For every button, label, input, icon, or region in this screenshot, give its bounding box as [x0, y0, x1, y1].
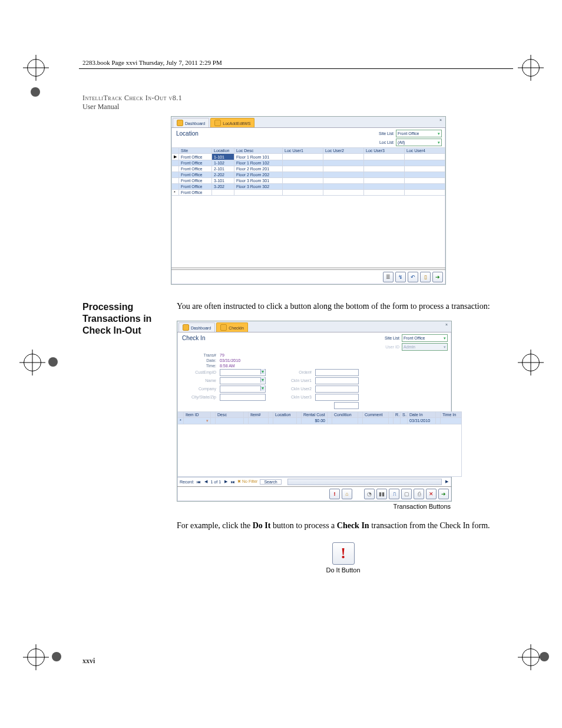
- row-mark: *: [178, 417, 184, 424]
- home-icon[interactable]: ⌂: [342, 489, 352, 499]
- doc-header: IntelliTrack Check In-Out v8.1 User Manu…: [82, 94, 510, 111]
- do-it-button[interactable]: !: [329, 489, 340, 499]
- preview-icon[interactable]: ▢: [401, 489, 412, 499]
- horiz-scrollbar[interactable]: [287, 479, 442, 485]
- nav-last-icon[interactable]: ⏭: [230, 480, 235, 484]
- ckin-user1-input[interactable]: [315, 377, 359, 384]
- site-list-select[interactable]: Front Office ▾: [396, 130, 442, 137]
- loc-list-select[interactable]: (All) ▾: [396, 139, 442, 146]
- site-list-label: Site List: [372, 335, 399, 342]
- exit-icon[interactable]: ➔: [438, 489, 449, 499]
- form-toolbar: ≣ ↯ ↶ ▯ ➔: [171, 269, 445, 284]
- datein-cell: 03/31/2010: [408, 417, 436, 424]
- close-icon[interactable]: ×: [437, 118, 444, 127]
- order-label: Order#: [280, 370, 312, 374]
- barcode-icon[interactable]: ⎍: [389, 489, 399, 499]
- crop-dot: [48, 357, 58, 367]
- table-row[interactable]: Front Office2-101Floor 2 Room 201: [172, 166, 445, 172]
- company-input[interactable]: [220, 386, 266, 393]
- cust-label: CustEmpID: [182, 370, 216, 374]
- item-id-cell[interactable]: ▾: [184, 417, 211, 424]
- running-head: 2283.book Page xxvi Thursday, July 7, 20…: [79, 59, 513, 69]
- crop-mark: [27, 648, 45, 666]
- intro-paragraph: You are often instructed to click a butt…: [177, 301, 510, 312]
- user-id-label: User ID: [372, 344, 399, 351]
- close-icon[interactable]: ×: [443, 322, 450, 332]
- table-row[interactable]: *Front Office: [172, 190, 445, 196]
- table-row[interactable]: Front Office3-202Floor 3 Room 302: [172, 184, 445, 190]
- do-it-button-large[interactable]: !: [332, 542, 355, 565]
- nav-next-icon[interactable]: ▶: [223, 479, 228, 484]
- page-number: xxvi: [82, 657, 95, 666]
- search-box[interactable]: Search: [260, 479, 281, 485]
- crop-mark: [522, 59, 540, 77]
- transaction-toolbar: ! ⌂ ◔ ▮▮ ⎍ ▢ ⎙ ✕ ➔: [177, 486, 451, 501]
- crop-dot: [31, 87, 40, 97]
- clock-icon[interactable]: ◔: [364, 489, 375, 499]
- site-list-label: Site List: [366, 130, 394, 137]
- company-label: Company: [182, 387, 216, 391]
- time-label: Time:: [182, 364, 216, 368]
- site-list-select[interactable]: Front Office ▾: [402, 334, 448, 342]
- extra-input[interactable]: [334, 402, 359, 409]
- crop-mark: [522, 648, 540, 666]
- rental-cell: $0.00: [302, 417, 328, 424]
- tab-locaddedit[interactable]: LocAddEditWS: [210, 118, 254, 127]
- table-row[interactable]: Front Office2-202Floor 2 Room 202: [172, 172, 445, 178]
- tab-icon: [214, 120, 221, 126]
- print-icon[interactable]: ⎙: [414, 489, 424, 499]
- name-input[interactable]: [220, 377, 266, 384]
- refresh-icon[interactable]: ↯: [395, 272, 406, 282]
- ckin-user3-label: CkIn User3: [280, 395, 312, 399]
- product-name: IntelliTrack Check In-Out v8.1: [82, 94, 182, 102]
- tab-checkin[interactable]: CheckIn: [216, 322, 248, 332]
- exit-icon[interactable]: ➔: [432, 272, 443, 282]
- order-input[interactable]: [315, 369, 359, 376]
- date-label: Date:: [182, 358, 216, 363]
- tab-dashboard[interactable]: Dashboard: [173, 118, 209, 127]
- name-label: Name: [182, 378, 216, 383]
- table-row[interactable]: ▶Front Office1-101Floor 1 Room 101: [172, 154, 445, 160]
- ckin-user2-input[interactable]: [315, 386, 359, 393]
- tab-icon: [183, 324, 189, 331]
- crop-mark: [24, 354, 41, 371]
- loc-list-label: Loc List: [366, 139, 394, 146]
- list-icon[interactable]: ≣: [383, 272, 394, 282]
- table-row[interactable]: Front Office3-101Floor 3 Room 301: [172, 178, 445, 184]
- csz-input[interactable]: [220, 394, 266, 401]
- explain-paragraph: For example, click the Do It button to p…: [177, 521, 510, 532]
- nav-first-icon[interactable]: ⏮: [197, 480, 201, 484]
- nav-prev-icon[interactable]: ◀: [204, 479, 209, 484]
- delete-icon[interactable]: ✕: [426, 489, 437, 499]
- record-nav-bar[interactable]: Record: ⏮ ◀ 1 of 1 ▶ ⏭ ✖ No Filter Searc…: [177, 477, 451, 486]
- user-id-select: Admin ▾: [402, 343, 448, 351]
- ckin-user1-label: CkIn User1: [280, 378, 312, 383]
- crop-dot: [52, 652, 61, 661]
- toolbar-caption: Transaction Buttons: [177, 503, 451, 510]
- tab-dashboard[interactable]: Dashboard: [178, 322, 215, 332]
- doc-subtitle: User Manual: [82, 103, 119, 111]
- checkin-grid[interactable]: Item IDDescItem#LocationRental CostCondi…: [177, 411, 462, 477]
- scroll-right-icon[interactable]: ▶: [444, 479, 449, 484]
- location-screenshot: Dashboard LocAddEditWS × Site ListFront …: [171, 116, 446, 285]
- location-grid[interactable]: SiteLocationLoc Desc Loc User1Loc User2L…: [171, 147, 445, 196]
- undo-icon[interactable]: ↶: [408, 272, 418, 282]
- crop-mark: [522, 354, 540, 371]
- trans-value: 79: [220, 353, 266, 357]
- ckin-user2-label: CkIn User2: [280, 387, 312, 391]
- tab-icon: [177, 120, 183, 126]
- tab-icon: [220, 324, 227, 331]
- doit-caption: Do It Button: [177, 566, 510, 574]
- checkin-screenshot: Dashboard CheckIn × Site ListFront Offic…: [177, 321, 452, 502]
- trans-label: Trans#: [182, 353, 216, 357]
- note-icon[interactable]: ▯: [420, 272, 431, 282]
- section-heading: Processing Transactions in Check In-Out: [82, 301, 171, 337]
- crop-dot: [540, 652, 549, 661]
- crop-mark: [27, 59, 45, 77]
- pause-icon[interactable]: ▮▮: [376, 489, 387, 499]
- date-value: 03/31/2010: [220, 358, 266, 363]
- table-row[interactable]: Front Office1-102Floor 1 Room 102: [172, 160, 445, 166]
- ckin-user3-input[interactable]: [315, 394, 359, 401]
- cust-input[interactable]: [220, 369, 266, 376]
- csz-label: City/State/Zip: [182, 395, 216, 399]
